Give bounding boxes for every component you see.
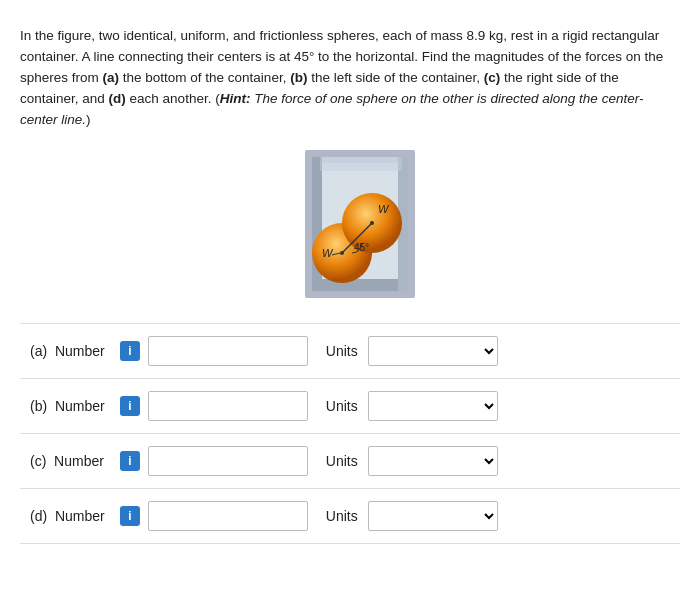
row-letter-d: (d) Number bbox=[30, 508, 105, 524]
row-label-b: (b) Number bbox=[30, 398, 120, 414]
units-select-b[interactable]: Nkgm/s²JW bbox=[368, 391, 498, 421]
figure-image: 45° W W bbox=[260, 145, 440, 305]
units-select-a[interactable]: Nkgm/s²JW bbox=[368, 336, 498, 366]
row-letter-b: (b) Number bbox=[30, 398, 105, 414]
answer-rows: (a) Number i Units Nkgm/s²JW (b) Number … bbox=[20, 323, 680, 544]
number-input-d[interactable] bbox=[148, 501, 308, 531]
svg-rect-4 bbox=[312, 279, 408, 291]
svg-text:W: W bbox=[322, 247, 334, 259]
number-input-b[interactable] bbox=[148, 391, 308, 421]
info-button-c[interactable]: i bbox=[120, 451, 140, 471]
info-button-a[interactable]: i bbox=[120, 341, 140, 361]
info-button-d[interactable]: i bbox=[120, 506, 140, 526]
units-label-d: Units bbox=[326, 508, 358, 524]
figure-container: 45° W W bbox=[20, 145, 680, 305]
number-input-a[interactable] bbox=[148, 336, 308, 366]
svg-rect-6 bbox=[320, 157, 402, 171]
answer-row-c: (c) Number i Units Nkgm/s²JW bbox=[20, 433, 680, 488]
units-label-c: Units bbox=[326, 453, 358, 469]
row-label-d: (d) Number bbox=[30, 508, 120, 524]
answer-row-a: (a) Number i Units Nkgm/s²JW bbox=[20, 323, 680, 378]
svg-text:45°: 45° bbox=[354, 242, 369, 253]
row-letter-a: (a) Number bbox=[30, 343, 105, 359]
row-label-a: (a) Number bbox=[30, 343, 120, 359]
svg-point-14 bbox=[340, 251, 344, 255]
units-select-d[interactable]: Nkgm/s²JW bbox=[368, 501, 498, 531]
svg-point-12 bbox=[370, 221, 374, 225]
info-button-b[interactable]: i bbox=[120, 396, 140, 416]
units-label-a: Units bbox=[326, 343, 358, 359]
answer-row-b: (b) Number i Units Nkgm/s²JW bbox=[20, 378, 680, 433]
row-label-c: (c) Number bbox=[30, 453, 120, 469]
number-input-c[interactable] bbox=[148, 446, 308, 476]
row-letter-c: (c) Number bbox=[30, 453, 104, 469]
units-label-b: Units bbox=[326, 398, 358, 414]
answer-row-d: (d) Number i Units Nkgm/s²JW bbox=[20, 488, 680, 544]
problem-text: In the figure, two identical, uniform, a… bbox=[20, 26, 680, 131]
units-select-c[interactable]: Nkgm/s²JW bbox=[368, 446, 498, 476]
svg-text:W: W bbox=[378, 203, 390, 215]
